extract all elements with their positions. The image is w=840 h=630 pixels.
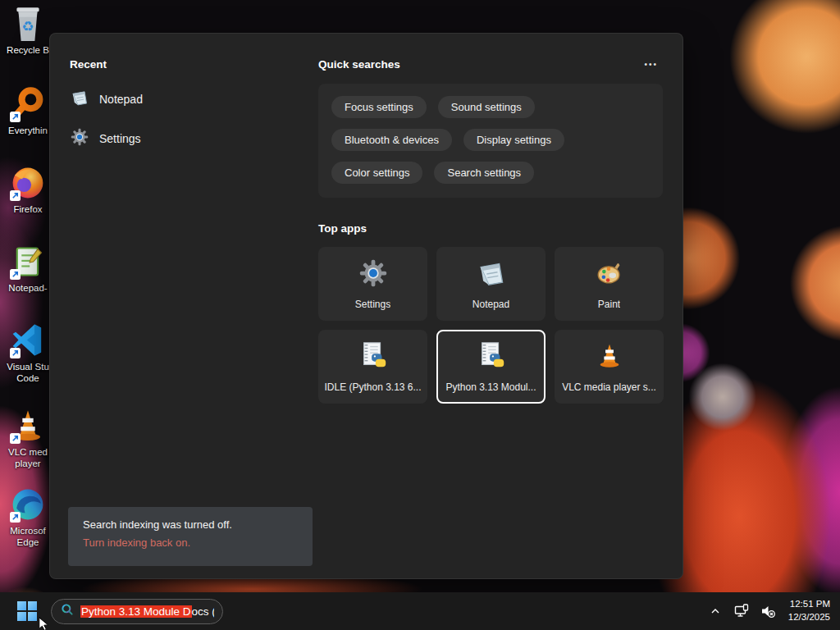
desktop-icon-label: Firefox — [3, 203, 52, 215]
tray-chevron-up-icon[interactable] — [705, 600, 726, 622]
shortcut-arrow-icon — [10, 269, 21, 280]
clock-time: 12:51 PM — [788, 598, 830, 611]
more-options-button[interactable]: ••• — [639, 58, 663, 71]
python-doc-icon — [358, 340, 389, 375]
vlc-cone-icon — [594, 340, 625, 375]
app-tile-python-module-docs[interactable]: Python 3.13 Modul... — [436, 330, 546, 404]
desktop: ♻ Recycle B Everythin — [0, 0, 840, 630]
quick-search-pill[interactable]: Focus settings — [331, 96, 427, 118]
top-apps-grid: Settings — [318, 247, 663, 404]
recent-section: Recent Notepad — [70, 58, 299, 149]
vlc-icon — [9, 407, 47, 445]
desktop-icon-label: Recycle B — [3, 44, 52, 56]
desktop-icon-label: Microsof Edge — [3, 525, 52, 549]
desktop-icon-everything[interactable]: Everythin — [3, 85, 52, 136]
shortcut-arrow-icon — [10, 348, 21, 358]
indexing-notice: Search indexing was turned off. Turn ind… — [68, 507, 313, 566]
start-button[interactable] — [15, 599, 39, 623]
quick-searches-card: Focus settings Sound settings Bluetooth … — [318, 84, 663, 198]
desktop-icon-recycle-bin[interactable]: ♻ Recycle B — [3, 5, 52, 56]
search-flyout-panel: Recent Notepad — [49, 33, 683, 579]
quick-search-pill[interactable]: Sound settings — [438, 96, 535, 118]
desktop-icon-vscode[interactable]: Visual Stu Code — [3, 322, 52, 385]
app-tile-paint[interactable]: Paint — [555, 247, 664, 321]
mouse-cursor — [38, 617, 52, 630]
edge-icon — [9, 486, 47, 523]
taskbar: Python 3.13 Module Docs ( — [0, 592, 840, 630]
svg-text:♻: ♻ — [22, 19, 34, 34]
search-results-column: Quick searches ••• Focus settings Sound … — [318, 58, 663, 404]
quick-search-pill[interactable]: Display settings — [463, 129, 564, 151]
quick-search-pill[interactable]: Color settings — [331, 162, 422, 184]
notepad-icon — [476, 258, 507, 292]
search-icon — [60, 602, 75, 620]
top-apps-title: Top apps — [318, 222, 663, 235]
desktop-icon-label: Visual Stu Code — [3, 361, 52, 385]
taskbar-clock[interactable]: 12:51 PM 12/3/2025 — [788, 598, 830, 623]
desktop-icon-notepad-plus-plus[interactable]: Notepad- — [3, 243, 52, 294]
desktop-icon-vlc[interactable]: VLC med player — [3, 407, 52, 470]
recent-item-label: Notepad — [99, 93, 143, 106]
quick-searches-title: Quick searches — [318, 58, 400, 71]
quick-search-pill[interactable]: Bluetooth & devices — [331, 129, 452, 151]
recycle-bin-icon: ♻ — [9, 5, 47, 43]
app-tile-label: Paint — [598, 299, 620, 310]
firefox-icon — [9, 164, 47, 202]
shortcut-arrow-icon — [10, 190, 21, 201]
notepad-icon — [70, 88, 89, 111]
indexing-notice-message: Search indexing was turned off. — [83, 518, 298, 531]
app-tile-label: Notepad — [472, 299, 509, 310]
everything-icon — [9, 85, 47, 123]
system-tray: 12:51 PM 12/3/2025 — [705, 598, 840, 623]
app-tile-label: IDLE (Python 3.13 6... — [324, 381, 421, 393]
quick-search-pill[interactable]: Search settings — [434, 162, 534, 184]
python-doc-icon — [476, 340, 507, 375]
shortcut-arrow-icon — [10, 433, 21, 444]
recent-title: Recent — [70, 58, 299, 71]
shortcut-arrow-icon — [10, 112, 21, 122]
recent-item-label: Settings — [99, 132, 141, 145]
app-tile-label: Python 3.13 Modul... — [445, 381, 536, 393]
search-text-rest: ocs ( — [192, 605, 214, 618]
app-tile-settings[interactable]: Settings — [318, 247, 427, 321]
volume-muted-icon[interactable] — [757, 600, 778, 622]
recent-item-notepad[interactable]: Notepad — [70, 89, 299, 110]
notepad-plus-plus-icon — [9, 243, 47, 281]
app-tile-label: Settings — [355, 299, 390, 310]
shortcut-arrow-icon — [10, 512, 21, 523]
recent-item-settings[interactable]: Settings — [70, 128, 299, 149]
desktop-icon-label: VLC med player — [3, 446, 52, 470]
settings-gear-icon — [70, 127, 89, 150]
paint-palette-icon — [594, 258, 625, 292]
turn-indexing-on-link[interactable]: Turn indexing back on. — [83, 536, 298, 549]
app-tile-notepad[interactable]: Notepad — [436, 247, 546, 321]
app-tile-label: VLC media player s... — [562, 381, 656, 393]
settings-gear-icon — [358, 258, 389, 292]
desktop-icon-label: Notepad- — [3, 282, 52, 294]
windows-logo-icon — [17, 601, 37, 621]
network-icon[interactable] — [731, 600, 752, 622]
desktop-icon-firefox[interactable]: Firefox — [3, 164, 52, 215]
taskbar-search-box[interactable]: Python 3.13 Module Docs ( — [51, 599, 223, 624]
vscode-icon — [9, 322, 47, 359]
desktop-icon-label: Everythin — [3, 125, 52, 136]
search-input[interactable]: Python 3.13 Module Docs ( — [80, 605, 214, 618]
clock-date: 12/3/2025 — [788, 611, 830, 624]
app-tile-idle-python[interactable]: IDLE (Python 3.13 6... — [318, 330, 427, 404]
search-text-selected: Python 3.13 Module D — [80, 605, 192, 618]
app-tile-vlc[interactable]: VLC media player s... — [555, 330, 664, 404]
desktop-icon-edge[interactable]: Microsof Edge — [3, 486, 52, 549]
